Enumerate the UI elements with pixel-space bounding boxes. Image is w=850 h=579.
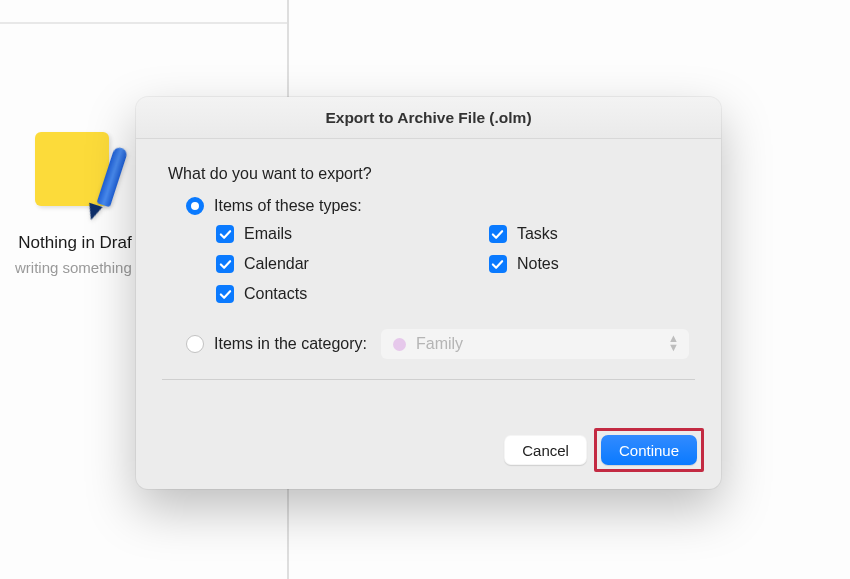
checkbox-calendar[interactable]: Calendar xyxy=(216,255,309,273)
dialog-titlebar: Export to Archive File (.olm) xyxy=(136,97,721,139)
chevron-up-down-icon: ▲▼ xyxy=(668,334,679,352)
radio-items-of-types[interactable]: Items of these types: xyxy=(186,197,689,215)
checkbox-notes[interactable]: Notes xyxy=(489,255,559,273)
category-select[interactable]: Family ▲▼ xyxy=(381,329,689,359)
category-select-value: Family xyxy=(416,335,463,353)
item-type-checkboxes: Emails Calendar Contacts Tasks xyxy=(216,225,689,303)
checkbox-label: Emails xyxy=(244,225,292,243)
checkbox-label: Tasks xyxy=(517,225,558,243)
checkmark-icon xyxy=(216,255,234,273)
category-color-dot-icon xyxy=(393,338,406,351)
checkbox-label: Contacts xyxy=(244,285,307,303)
dialog-footer: Cancel Continue xyxy=(136,415,721,489)
radio-icon xyxy=(186,335,204,353)
checkmark-icon xyxy=(216,285,234,303)
dialog-body: What do you want to export? Items of the… xyxy=(136,139,721,415)
checkmark-icon xyxy=(489,255,507,273)
export-prompt: What do you want to export? xyxy=(168,165,689,183)
dialog-separator xyxy=(162,379,695,380)
cancel-button[interactable]: Cancel xyxy=(504,435,587,465)
continue-button[interactable]: Continue xyxy=(601,435,697,465)
radio-items-in-category[interactable]: Items in the category: xyxy=(186,335,367,353)
checkmark-icon xyxy=(489,225,507,243)
radio-label: Items of these types: xyxy=(214,197,362,215)
checkbox-label: Notes xyxy=(517,255,559,273)
radio-icon xyxy=(186,197,204,215)
checkbox-label: Calendar xyxy=(244,255,309,273)
checkbox-emails[interactable]: Emails xyxy=(216,225,309,243)
drafts-empty-title: Nothing in Draf xyxy=(15,233,135,253)
note-icon xyxy=(33,130,118,215)
bg-divider-top xyxy=(0,22,287,24)
drafts-empty-state: Nothing in Draf writing something xyxy=(15,130,135,276)
export-dialog: Export to Archive File (.olm) What do yo… xyxy=(136,97,721,489)
checkmark-icon xyxy=(216,225,234,243)
dialog-title: Export to Archive File (.olm) xyxy=(325,109,531,127)
drafts-empty-subtitle: writing something xyxy=(15,259,135,276)
checkbox-contacts[interactable]: Contacts xyxy=(216,285,309,303)
radio-label: Items in the category: xyxy=(214,335,367,353)
checkbox-tasks[interactable]: Tasks xyxy=(489,225,559,243)
